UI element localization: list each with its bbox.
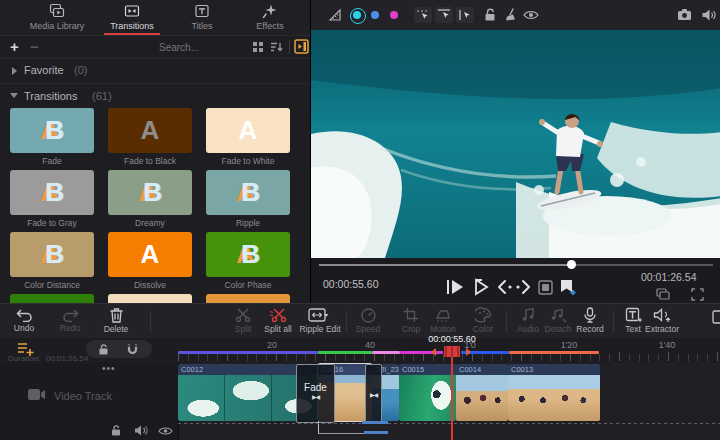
clip-c0013[interactable]: C0013: [508, 364, 600, 421]
transition-thumbnail-fade-to-gray[interactable]: AB: [10, 170, 94, 215]
speed-button[interactable]: Speed: [346, 307, 390, 337]
favorite-section-header[interactable]: Favorite (0): [0, 59, 310, 84]
letter-a: A: [141, 115, 160, 146]
pointer-snap-corner-icon[interactable]: [456, 7, 474, 23]
transition-thumbnail-ripple[interactable]: AB: [206, 170, 290, 215]
letter-b: B: [241, 239, 260, 270]
transition-label: Fade to Gray: [10, 218, 94, 228]
transition-thumbnail-fade-to-black[interactable]: A: [108, 108, 192, 153]
audio-drop-zone-outline: [178, 423, 720, 424]
previous-frame-button[interactable]: [497, 279, 513, 295]
divider: [150, 311, 151, 333]
transition-name: Fade: [297, 382, 334, 393]
ruler-icon[interactable]: [327, 7, 343, 23]
clipped-toolbar-button[interactable]: [712, 310, 720, 326]
effects-icon: [262, 3, 278, 19]
playhead-handle[interactable]: [441, 346, 463, 357]
track-name: Video Track: [54, 390, 112, 402]
playhead-left-chevron-icon: [431, 348, 436, 356]
remove-button[interactable]: −: [30, 38, 39, 55]
transitions-section-header[interactable]: Transitions (61): [0, 84, 310, 108]
clip-title: C0014: [456, 364, 508, 375]
transitions-label: Transitions: [24, 90, 77, 102]
grid-view-icon[interactable]: [252, 41, 264, 53]
camera-icon[interactable]: [677, 8, 692, 21]
clip-title: C0013: [508, 364, 600, 375]
delete-button[interactable]: Delete: [94, 307, 138, 337]
track-lock-icon[interactable]: [110, 424, 122, 437]
eye-icon[interactable]: [523, 9, 539, 21]
transition-thumbnail-fade-to-white[interactable]: A: [206, 108, 290, 153]
tab-transitions[interactable]: Transitions: [100, 3, 164, 33]
add-marker-button[interactable]: [558, 278, 578, 297]
ruler-label: 20: [258, 340, 286, 350]
divider: [289, 40, 290, 54]
transition-label: Dissolve: [108, 280, 192, 290]
fade-transition-clip[interactable]: Fade ▶◀: [296, 364, 335, 423]
transition-thumbnail-color-distance[interactable]: AB: [10, 232, 94, 277]
extractor-button[interactable]: Extractor: [640, 307, 684, 337]
track-menu-icon[interactable]: •••: [102, 363, 116, 374]
record-button[interactable]: Record: [568, 307, 612, 337]
tab-titles[interactable]: Titles: [172, 3, 232, 33]
fullscreen-icon[interactable]: [691, 288, 704, 301]
asset-tabbar: Media Library Transitions Titles: [0, 0, 310, 36]
blue-dot-icon[interactable]: [371, 11, 379, 19]
total-time: 00:01:26.54: [641, 271, 696, 283]
next-frame-button[interactable]: [515, 279, 531, 295]
selection-extension-hline: [318, 433, 365, 434]
transition-label: Fade to Black: [108, 156, 192, 166]
letter-b: B: [241, 177, 260, 208]
magenta-dot-icon[interactable]: [390, 11, 398, 19]
playhead-line[interactable]: [451, 346, 453, 440]
transition-thumbnail-dreamy[interactable]: AB: [108, 170, 192, 215]
sort-icon[interactable]: [270, 41, 283, 53]
add-button[interactable]: +: [10, 38, 19, 55]
toolbar-label: Record: [568, 324, 612, 334]
transition-thumbnail-color-phase[interactable]: AB: [206, 232, 290, 277]
pointer-snap-left-icon[interactable]: [414, 7, 432, 23]
letter-a: A: [141, 239, 160, 270]
transition-thumbnail[interactable]: A: [206, 294, 290, 303]
search-input[interactable]: [112, 38, 246, 56]
color-button[interactable]: Color: [461, 307, 505, 337]
motion-button[interactable]: Motion: [421, 307, 465, 337]
tab-effects[interactable]: Effects: [238, 3, 302, 33]
audio-snippet-upper: [362, 421, 388, 424]
tab-media-library[interactable]: Media Library: [18, 3, 96, 33]
play-button[interactable]: [445, 277, 465, 297]
redo-button[interactable]: Redo: [48, 307, 92, 337]
clip-c0014[interactable]: C0014: [456, 364, 508, 421]
mini-transition-clip[interactable]: ▶◀: [365, 364, 382, 423]
transition-label: Fade to White: [206, 156, 290, 166]
pointer-snap-top-icon[interactable]: [435, 7, 453, 23]
dual-screen-icon[interactable]: [656, 288, 670, 300]
transition-thumbnail-fade[interactable]: AB: [10, 108, 94, 153]
undo-button[interactable]: Undo: [2, 307, 46, 337]
track-visibility-icon[interactable]: [158, 426, 173, 436]
transition-thumbnail-dissolve[interactable]: A: [108, 232, 192, 277]
ripple-edit-button[interactable]: Ripple Edit: [292, 307, 348, 337]
broom-icon[interactable]: [503, 7, 518, 23]
clip-thumbnails: [456, 375, 508, 421]
collapse-panel-icon[interactable]: [294, 39, 309, 54]
snap-magnet-icon[interactable]: [126, 343, 139, 356]
play-to-marker-button[interactable]: [471, 277, 491, 297]
app-window: Media Library Transitions Titles: [0, 0, 720, 440]
transition-label: Fade: [10, 156, 94, 166]
transitions-icon: [124, 3, 140, 19]
clip-c0015[interactable]: C0015: [399, 364, 456, 421]
preview-topbar: [311, 0, 720, 31]
video-viewport[interactable]: [311, 30, 720, 258]
seek-handle[interactable]: [567, 260, 576, 269]
letter-b: B: [45, 239, 64, 270]
speaker-icon[interactable]: [701, 8, 716, 22]
track-mute-icon[interactable]: [134, 424, 148, 437]
lock-toggle-icon[interactable]: [98, 343, 109, 356]
ruler-segment-dji: [372, 351, 400, 354]
transition-thumbnail[interactable]: AB: [10, 294, 94, 303]
snapshot-button[interactable]: [537, 279, 554, 296]
letter-b: B: [143, 177, 162, 208]
unlock-icon[interactable]: [483, 7, 497, 23]
transition-thumbnail[interactable]: AB: [108, 294, 192, 303]
